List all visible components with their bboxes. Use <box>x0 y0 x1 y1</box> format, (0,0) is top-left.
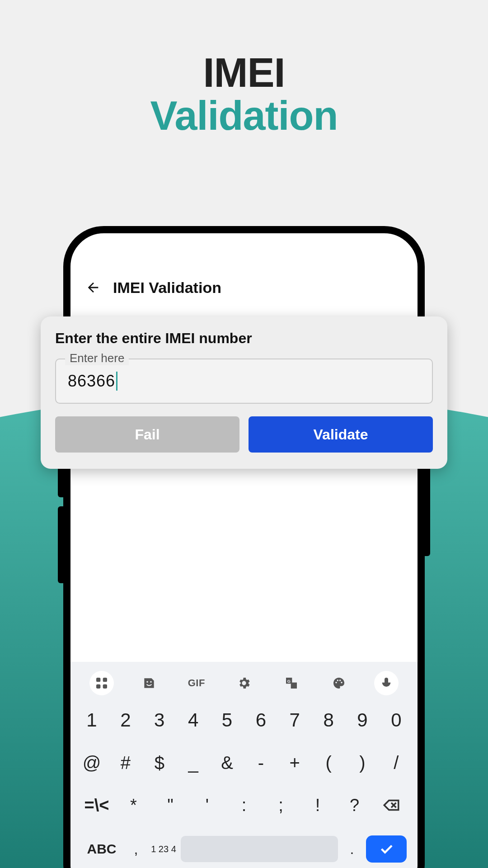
validate-button[interactable]: Validate <box>249 416 433 453</box>
key-paren-close[interactable]: ) <box>348 746 376 779</box>
imei-input-value: 86366 <box>68 372 115 391</box>
key-5[interactable]: 5 <box>213 703 241 737</box>
key-paren-open[interactable]: ( <box>314 746 343 779</box>
back-button[interactable] <box>84 278 102 297</box>
key-enter[interactable] <box>366 835 407 863</box>
key-colon[interactable]: : <box>229 788 259 822</box>
key-dollar[interactable]: $ <box>145 746 174 779</box>
on-screen-keyboard[interactable]: GIF G 1 2 3 4 <box>70 662 418 868</box>
key-3[interactable]: 3 <box>145 703 174 737</box>
key-quote[interactable]: " <box>155 788 186 822</box>
svg-point-9 <box>339 679 341 681</box>
translate-icon[interactable]: G <box>279 671 304 695</box>
svg-rect-0 <box>96 678 100 682</box>
phone-side-button <box>425 466 430 556</box>
hero-line-1: IMEI <box>0 50 488 96</box>
imei-dialog: Enter the entire IMEI number Enter here … <box>41 316 447 469</box>
key-apostrophe[interactable]: ' <box>192 788 223 822</box>
dialog-button-row: Fail Validate <box>55 416 433 453</box>
settings-icon[interactable] <box>232 671 256 695</box>
key-7[interactable]: 7 <box>281 703 309 737</box>
key-1[interactable]: 1 <box>78 703 106 737</box>
sticker-icon[interactable] <box>137 671 161 695</box>
key-slash[interactable]: / <box>382 746 410 779</box>
key-exclaim[interactable]: ! <box>302 788 333 822</box>
key-0[interactable]: 0 <box>382 703 410 737</box>
key-backspace[interactable] <box>376 788 407 822</box>
keyboard-row-2: @ # $ _ & - + ( ) / <box>73 746 415 779</box>
key-6[interactable]: 6 <box>247 703 275 737</box>
key-comma[interactable]: , <box>126 835 146 863</box>
app-bar: IMEI Validation <box>84 278 221 297</box>
svg-rect-3 <box>103 684 107 689</box>
hero-title: IMEI Validation <box>0 50 488 139</box>
keyboard-row-1: 1 2 3 4 5 6 7 8 9 0 <box>73 703 415 737</box>
keyboard-menu-icon[interactable] <box>89 671 114 695</box>
text-cursor <box>116 372 117 391</box>
backspace-icon <box>382 796 401 815</box>
svg-point-4 <box>146 681 148 683</box>
key-period[interactable]: . <box>342 835 362 863</box>
key-hash[interactable]: # <box>112 746 140 779</box>
key-question[interactable]: ? <box>339 788 370 822</box>
svg-point-7 <box>336 682 337 683</box>
check-icon <box>378 841 394 857</box>
key-spacebar[interactable] <box>181 836 338 862</box>
key-ampersand[interactable]: & <box>213 746 241 779</box>
mic-icon[interactable] <box>374 671 399 695</box>
key-abc-mode[interactable]: ABC <box>81 835 122 863</box>
key-4[interactable]: 4 <box>179 703 207 737</box>
key-numeric-top: 1 2 <box>151 844 164 854</box>
key-8[interactable]: 8 <box>314 703 343 737</box>
page-title: IMEI Validation <box>113 279 221 297</box>
key-9[interactable]: 9 <box>348 703 376 737</box>
key-numeric-mode[interactable]: 1 2 3 4 <box>150 835 177 863</box>
svg-rect-1 <box>103 678 107 682</box>
key-plus[interactable]: + <box>281 746 309 779</box>
svg-point-8 <box>337 679 338 681</box>
svg-rect-2 <box>96 684 100 689</box>
key-star[interactable]: * <box>118 788 149 822</box>
phone-side-button <box>58 506 63 583</box>
gif-icon[interactable]: GIF <box>184 671 209 695</box>
imei-input[interactable]: Enter here 86366 <box>55 359 433 404</box>
key-minus[interactable]: - <box>247 746 275 779</box>
dialog-prompt: Enter the entire IMEI number <box>55 330 433 347</box>
hero-line-2: Validation <box>0 93 488 139</box>
svg-point-5 <box>150 681 151 683</box>
svg-text:G: G <box>287 679 291 684</box>
key-semicolon[interactable]: ; <box>266 788 296 822</box>
fail-button[interactable]: Fail <box>55 416 239 453</box>
keyboard-row-3: =\< * " ' : ; ! ? <box>73 788 415 822</box>
key-at[interactable]: @ <box>78 746 106 779</box>
arrow-left-icon <box>85 280 101 295</box>
palette-icon[interactable] <box>327 671 351 695</box>
key-more-symbols[interactable]: =\< <box>81 788 112 822</box>
keyboard-toolbar: GIF G <box>70 667 418 699</box>
key-underscore[interactable]: _ <box>179 746 207 779</box>
key-numeric-bottom: 3 4 <box>164 844 176 854</box>
input-floating-label: Enter here <box>65 351 129 365</box>
svg-point-10 <box>341 682 343 683</box>
key-2[interactable]: 2 <box>112 703 140 737</box>
keyboard-row-4: ABC , 1 2 3 4 . <box>73 831 415 867</box>
